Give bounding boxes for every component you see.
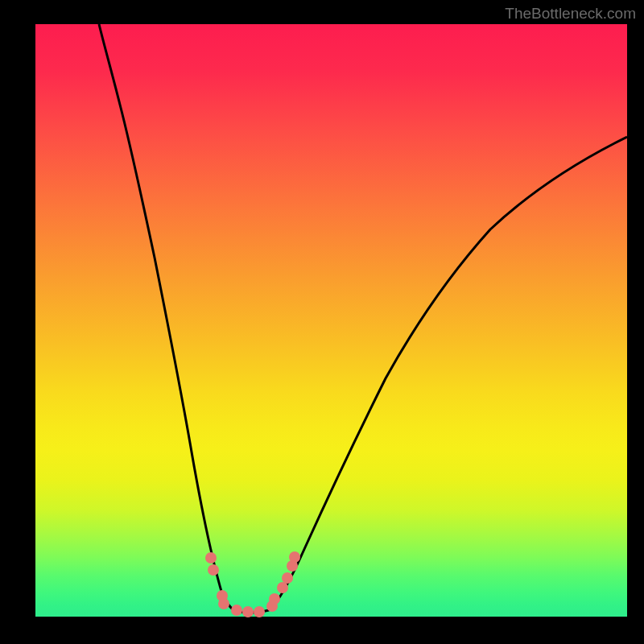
plot-area bbox=[35, 24, 627, 617]
data-marker bbox=[218, 598, 229, 609]
data-marker bbox=[242, 606, 254, 617]
data-markers bbox=[35, 24, 627, 617]
data-marker bbox=[289, 551, 300, 563]
data-marker bbox=[208, 564, 219, 576]
data-marker bbox=[277, 582, 288, 593]
data-marker bbox=[254, 606, 265, 617]
data-marker bbox=[205, 552, 217, 564]
data-marker bbox=[269, 593, 280, 605]
watermark-text: TheBottleneck.com bbox=[505, 5, 636, 23]
data-marker bbox=[231, 605, 242, 616]
data-marker bbox=[282, 572, 293, 584]
